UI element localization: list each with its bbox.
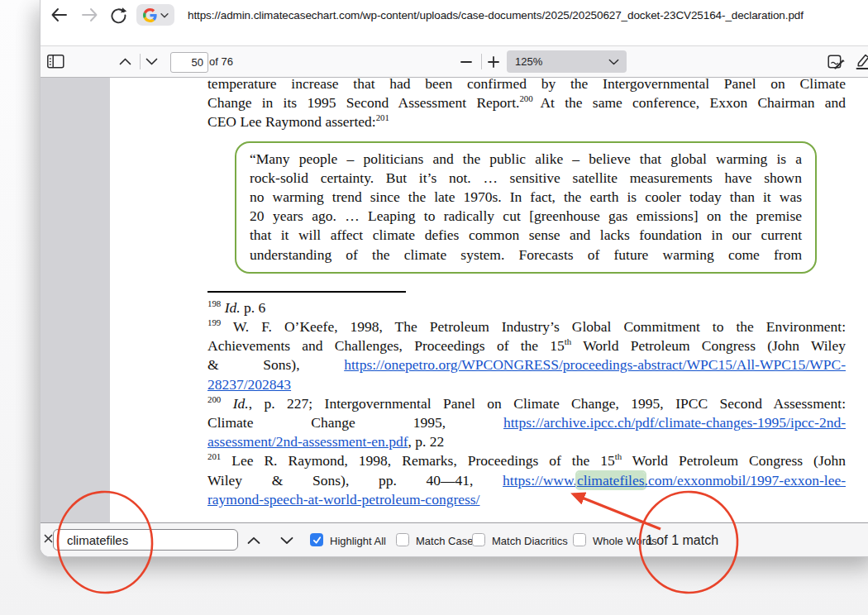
back-button[interactable] bbox=[49, 5, 69, 25]
close-icon bbox=[44, 534, 53, 543]
forward-arrow-icon bbox=[82, 7, 98, 22]
chevron-down-icon bbox=[145, 58, 158, 65]
link[interactable]: https://onepetro.org/WPCONGRESS/proceedi… bbox=[344, 356, 846, 373]
document-line: 198 Id. p. 6 bbox=[207, 298, 846, 317]
link[interactable]: https://www. bbox=[503, 472, 577, 489]
google-favicon-icon bbox=[143, 8, 157, 22]
sidebar-icon bbox=[47, 55, 64, 69]
link[interactable]: https://archive.ipcc.ch/pdf/climate-chan… bbox=[503, 414, 846, 431]
body-paragraph: temperature increase that had been confi… bbox=[207, 78, 846, 132]
document-line: “Many people – politicians and the publi… bbox=[250, 150, 802, 169]
chevron-up-icon bbox=[119, 58, 131, 65]
document-line: rock-solid certainty. But it’s not. … se… bbox=[250, 169, 802, 188]
zoom-level-value: 125% bbox=[515, 55, 542, 68]
document-line: & Sons), https://onepetro.org/WPCONGRESS… bbox=[207, 355, 846, 374]
browser-window: https://admin.climatecasechart.com/wp-co… bbox=[40, 0, 868, 557]
document-line: 201 Lee R. Raymond, 1998, Remarks, Proce… bbox=[207, 451, 846, 470]
pdf-viewport[interactable]: temperature increase that had been confi… bbox=[41, 78, 868, 522]
text-edit-icon bbox=[827, 53, 845, 70]
match-diacritics-checkbox[interactable] bbox=[472, 533, 485, 546]
toggle-sidebar-button[interactable] bbox=[47, 46, 64, 77]
document-line: 200 Id., p. 227; Intergovernmental Panel… bbox=[207, 394, 846, 413]
plus-icon bbox=[488, 56, 499, 68]
zoom-in-button[interactable] bbox=[488, 46, 499, 77]
divider bbox=[481, 54, 482, 69]
chevron-down-icon bbox=[608, 59, 619, 65]
highlighter-icon bbox=[855, 53, 868, 70]
find-input[interactable] bbox=[53, 529, 238, 551]
link[interactable]: 28237/202843 bbox=[207, 376, 291, 393]
document-line: temperature increase that had been confi… bbox=[207, 78, 846, 93]
chevron-up-icon bbox=[247, 536, 260, 545]
close-findbar-button[interactable] bbox=[44, 534, 53, 543]
checkmark-icon bbox=[312, 536, 322, 545]
zoom-out-button[interactable] bbox=[460, 46, 472, 77]
page-content: temperature increase that had been confi… bbox=[207, 78, 846, 509]
document-line: raymond-speech-at-world-petroleum-congre… bbox=[207, 490, 846, 509]
link[interactable]: .com/exxonmobil/1997-exxon-lee- bbox=[645, 472, 846, 489]
minus-icon bbox=[460, 56, 472, 68]
document-line: no warming trend since the late 1970s. I… bbox=[250, 188, 802, 207]
page-count-label: of 76 bbox=[209, 55, 233, 68]
link[interactable]: climatefiles bbox=[577, 472, 645, 489]
link[interactable]: assessment/2nd-assessment-en.pdf bbox=[207, 433, 408, 450]
link[interactable]: raymond-speech-at-world-petroleum-congre… bbox=[207, 491, 479, 508]
highlight-all-label: Highlight All bbox=[330, 535, 386, 547]
find-bar: Highlight All Match Case Match Diacritic… bbox=[41, 522, 868, 556]
reload-icon bbox=[110, 7, 127, 24]
screen: { "browser": { "url": "https://admin.cli… bbox=[0, 0, 868, 615]
pdf-page: temperature increase that had been confi… bbox=[110, 78, 868, 522]
highlight-annotation-button[interactable] bbox=[855, 46, 868, 77]
match-diacritics-label: Match Diacritics bbox=[492, 535, 568, 547]
document-line: Change in its 1995 Second Assessment Rep… bbox=[207, 93, 846, 112]
back-arrow-icon bbox=[50, 7, 67, 22]
document-line: understanding of the climate system. For… bbox=[250, 246, 802, 265]
document-line: 28237/202843 bbox=[207, 375, 846, 394]
document-line: 20 years ago. … Leaping to radically cut… bbox=[250, 207, 802, 226]
reload-button[interactable] bbox=[108, 5, 128, 25]
site-identity-chip[interactable] bbox=[136, 4, 174, 26]
chevron-down-icon bbox=[160, 12, 169, 18]
document-line: Achievements and Challenges, Proceedings… bbox=[207, 336, 846, 355]
document-line: assessment/2nd-assessment-en.pdf, p. 22 bbox=[207, 432, 846, 451]
url-address[interactable]: https://admin.climatecasechart.com/wp-co… bbox=[188, 9, 804, 21]
document-line: CEO Lee Raymond asserted:201 bbox=[207, 112, 846, 131]
document-line: Climate Change 1995, https://archive.ipc… bbox=[207, 413, 846, 432]
match-case-label: Match Case bbox=[416, 535, 473, 547]
document-line: 199 W. F. O’Keefe, 1998, The Petroleum I… bbox=[207, 317, 846, 336]
match-case-checkbox[interactable] bbox=[396, 533, 409, 546]
footnote-separator bbox=[207, 291, 406, 293]
divider bbox=[140, 54, 141, 69]
document-line: that it will affect climate defies commo… bbox=[250, 226, 802, 245]
find-next-button[interactable] bbox=[280, 536, 293, 545]
block-quote: “Many people – politicians and the publi… bbox=[235, 141, 817, 274]
find-previous-button[interactable] bbox=[247, 536, 260, 545]
next-page-button[interactable] bbox=[145, 46, 158, 77]
previous-page-button[interactable] bbox=[119, 46, 131, 77]
pdf-toolbar: of 76 125% bbox=[41, 46, 868, 78]
browser-toolbar: https://admin.climatecasechart.com/wp-co… bbox=[41, 0, 868, 46]
whole-words-checkbox[interactable] bbox=[573, 533, 586, 546]
match-count-status: 1 of 1 match bbox=[646, 533, 718, 548]
forward-button[interactable] bbox=[80, 5, 100, 25]
footnotes: 198 Id. p. 6199 W. F. O’Keefe, 1998, The… bbox=[207, 298, 846, 509]
highlight-all-checkbox[interactable] bbox=[310, 533, 323, 546]
chevron-down-icon bbox=[280, 536, 293, 545]
zoom-level-select[interactable]: 125% bbox=[507, 50, 627, 73]
document-line: Wiley & Sons), pp. 40—41, https://www.cl… bbox=[207, 471, 846, 490]
freetext-annotation-button[interactable] bbox=[827, 46, 845, 77]
page-number-input[interactable] bbox=[170, 52, 208, 73]
